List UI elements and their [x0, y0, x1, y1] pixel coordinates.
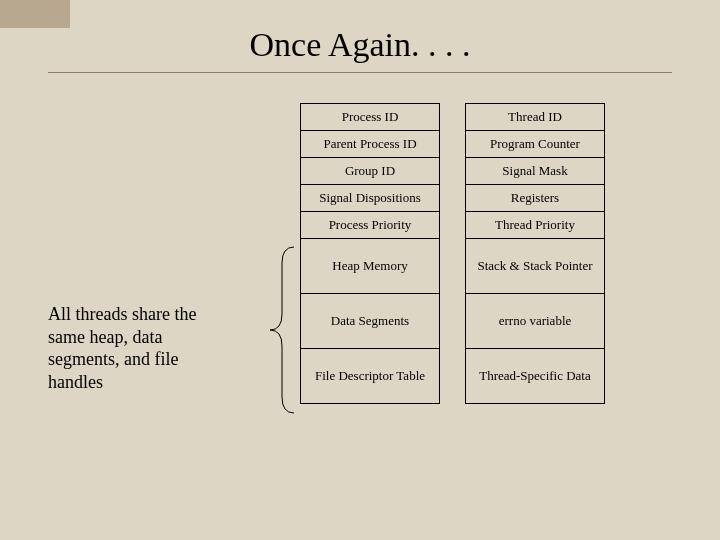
process-cell: Parent Process ID [300, 130, 440, 158]
thread-cell: Thread Priority [465, 211, 605, 239]
thread-cell: Thread-Specific Data [465, 348, 605, 404]
annotation-text: All threads share the same heap, data se… [48, 303, 218, 393]
process-cell: Group ID [300, 157, 440, 185]
process-cell: Process Priority [300, 211, 440, 239]
thread-cell: Program Counter [465, 130, 605, 158]
thread-cell: Thread ID [465, 103, 605, 131]
thread-column: Thread ID Program Counter Signal Mask Re… [465, 103, 605, 403]
thread-cell: Signal Mask [465, 157, 605, 185]
process-cell: Data Segments [300, 293, 440, 349]
process-cell: Signal Dispositions [300, 184, 440, 212]
process-cell: Process ID [300, 103, 440, 131]
brace-bracket [270, 247, 294, 413]
thread-cell: errno variable [465, 293, 605, 349]
slide-title: Once Again. . . . [0, 26, 720, 64]
decorative-corner [0, 0, 70, 28]
process-column: Process ID Parent Process ID Group ID Si… [300, 103, 440, 403]
diagram-area: All threads share the same heap, data se… [0, 73, 720, 513]
thread-cell: Stack & Stack Pointer [465, 238, 605, 294]
process-cell: Heap Memory [300, 238, 440, 294]
process-cell: File Descriptor Table [300, 348, 440, 404]
thread-cell: Registers [465, 184, 605, 212]
